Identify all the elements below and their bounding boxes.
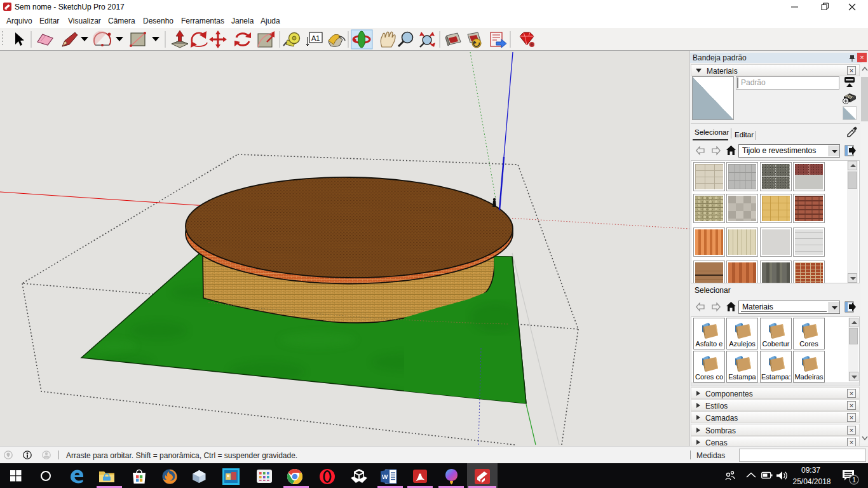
svg-text:1: 1 bbox=[852, 476, 856, 484]
svg-text:A1: A1 bbox=[311, 34, 320, 42]
